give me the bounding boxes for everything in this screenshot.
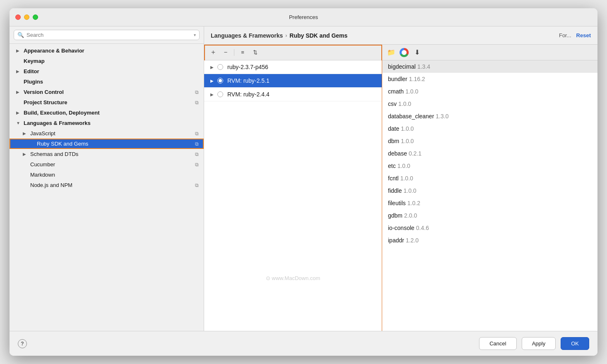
chevron-right-icon: ▶ (16, 48, 22, 53)
gem-name: bigdecimal (388, 63, 416, 70)
sidebar-item-build[interactable]: ▶ Build, Execution, Deployment (10, 108, 204, 118)
sidebar-item-plugins[interactable]: Plugins (10, 77, 204, 87)
sidebar-item-label: Markdown (30, 172, 199, 178)
sidebar-item-label: Node.js and NPM (30, 182, 193, 188)
remove-sdk-button[interactable]: － (220, 48, 231, 57)
search-icon: 🔍 (17, 32, 24, 38)
sdk-expand-icon: ▶ (209, 64, 215, 70)
gem-version: 1.3.0 (436, 113, 448, 120)
gem-name: date (388, 125, 399, 132)
gem-item[interactable]: fcntl1.0.0 (382, 172, 597, 184)
chevron-right-icon: ▶ (16, 90, 22, 94)
gem-item[interactable]: bigdecimal1.3.4 (382, 60, 597, 73)
download-button[interactable]: ⬇ (411, 48, 423, 57)
edit-sdk-button[interactable]: ≡ (237, 48, 248, 57)
gem-item[interactable]: io-console0.4.6 (382, 222, 597, 234)
sort-sdk-button[interactable]: ⇅ (249, 48, 261, 57)
breadcrumb-part: Languages & Frameworks (211, 32, 283, 39)
sidebar-item-label: JavaScript (30, 130, 193, 136)
add-sdk-button[interactable]: ＋ (207, 48, 219, 57)
gem-item[interactable]: ipaddr1.2.0 (382, 234, 597, 247)
sidebar-item-appearance[interactable]: ▶ Appearance & Behavior (10, 46, 204, 56)
gem-name: csv (388, 101, 397, 107)
sidebar-item-cucumber[interactable]: Cucumber ⧉ (10, 159, 204, 170)
gem-item[interactable]: date1.0.0 (382, 122, 597, 135)
sidebar-item-markdown[interactable]: Markdown (10, 170, 204, 180)
help-button[interactable]: ? (18, 339, 27, 348)
gem-version: 0.4.6 (416, 225, 429, 231)
sidebar-item-keymap[interactable]: Keymap (10, 56, 204, 66)
gem-version: 1.0.0 (397, 163, 410, 169)
gem-version: 1.0.0 (400, 175, 413, 182)
gem-item[interactable]: gdbm2.0.0 (382, 209, 597, 222)
gems-list: bigdecimal1.3.4bundler1.16.2cmath1.0.0cs… (382, 60, 597, 331)
search-wrapper[interactable]: 🔍 ▾ (14, 30, 200, 40)
sidebar-item-nodejs[interactable]: Node.js and NPM ⧉ (10, 180, 204, 190)
sidebar-item-languages[interactable]: ▼ Languages & Frameworks (10, 118, 204, 128)
maximize-button[interactable] (33, 14, 38, 20)
gem-name: etc (388, 163, 396, 169)
panel-header: Languages & Frameworks › Ruby SDK and Ge… (204, 26, 597, 45)
gem-name: ipaddr (388, 237, 404, 244)
gem-item[interactable]: fiddle1.0.0 (382, 184, 597, 197)
gem-version: 1.2.0 (406, 237, 419, 244)
panel-body: ＋ － ≡ ⇅ ▶ ruby-2.3.7-p456 (204, 45, 597, 331)
cancel-button[interactable]: Cancel (479, 337, 516, 350)
gem-name: io-console (388, 225, 414, 231)
sdk-radio (217, 91, 223, 97)
sdk-item-label: RVM: ruby-2.4.4 (227, 91, 270, 98)
sidebar-item-label: Ruby SDK and Gems (37, 141, 193, 147)
sidebar-item-ruby-sdk[interactable]: Ruby SDK and Gems ⧉ (10, 139, 204, 149)
open-folder-button[interactable]: 📁 (385, 48, 397, 57)
sidebar-item-project-structure[interactable]: Project Structure ⧉ (10, 97, 204, 108)
sidebar-item-javascript[interactable]: ▶ JavaScript ⧉ (10, 128, 204, 139)
sidebar-item-label: Appearance & Behavior (24, 48, 199, 54)
sidebar-item-label: Editor (24, 68, 199, 74)
toolbar-divider (234, 49, 234, 56)
chrome-icon[interactable] (400, 48, 409, 57)
gem-item[interactable]: dbm1.0.0 (382, 135, 597, 147)
copy-icon: ⧉ (195, 141, 199, 147)
sdk-item-ruby237[interactable]: ▶ ruby-2.3.7-p456 (204, 60, 382, 74)
search-input[interactable] (26, 32, 191, 38)
for-link[interactable]: For... (559, 32, 571, 38)
sidebar-item-label: Build, Execution, Deployment (24, 110, 199, 116)
search-dropdown-icon[interactable]: ▾ (194, 33, 196, 37)
apply-button[interactable]: Apply (522, 337, 556, 350)
gem-name: bundler (388, 76, 407, 82)
gem-item[interactable]: database_cleaner1.3.0 (382, 110, 597, 122)
gem-name: database_cleaner (388, 113, 434, 120)
breadcrumb-separator: › (285, 33, 287, 38)
sidebar-item-label: Version Control (24, 89, 193, 95)
gem-item[interactable]: etc1.0.0 (382, 160, 597, 172)
gem-version: 1.0.0 (401, 138, 414, 144)
sdk-item-rvm244[interactable]: ▶ RVM: ruby-2.4.4 (204, 88, 382, 101)
sidebar-item-version-control[interactable]: ▶ Version Control ⧉ (10, 87, 204, 97)
breadcrumb-current: Ruby SDK and Gems (289, 32, 347, 39)
minimize-button[interactable] (24, 14, 29, 20)
sdk-item-rvm251[interactable]: ▶ RVM: ruby-2.5.1 (204, 74, 382, 88)
sdk-expand-icon: ▶ (209, 91, 215, 97)
gems-panel: 📁 ⬇ bigdecimal1.3.4bundler1.16.2cmath1.0… (382, 45, 597, 331)
header-actions: For... Reset (559, 32, 591, 38)
gem-item[interactable]: csv1.0.0 (382, 98, 597, 110)
sidebar-item-schemas[interactable]: ▶ Schemas and DTDs ⧉ (10, 149, 204, 159)
sidebar-tree: ▶ Appearance & Behavior Keymap ▶ Editor … (10, 44, 204, 331)
reset-link[interactable]: Reset (576, 32, 591, 38)
gem-version: 1.0.0 (405, 88, 418, 95)
sidebar-item-label: Languages & Frameworks (24, 120, 199, 126)
sidebar-item-label: Cucumber (30, 161, 193, 168)
gem-version: 2.0.0 (404, 212, 417, 219)
copy-icon: ⧉ (195, 131, 199, 136)
gem-item[interactable]: fileutils1.0.2 (382, 197, 597, 209)
gem-name: fcntl (388, 175, 399, 182)
close-button[interactable] (15, 14, 21, 20)
gem-item[interactable]: debase0.2.1 (382, 147, 597, 160)
right-panel: Languages & Frameworks › Ruby SDK and Ge… (204, 26, 597, 331)
ok-button[interactable]: OK (561, 337, 589, 350)
sdk-radio-active (217, 78, 223, 84)
gem-item[interactable]: cmath1.0.0 (382, 85, 597, 98)
titlebar: Preferences (10, 8, 597, 26)
gem-item[interactable]: bundler1.16.2 (382, 73, 597, 85)
sidebar-item-editor[interactable]: ▶ Editor (10, 66, 204, 77)
